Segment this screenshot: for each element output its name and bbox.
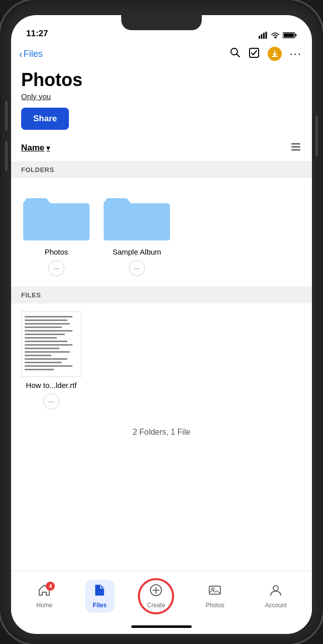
svg-rect-1: [261, 34, 263, 39]
home-tab-icon: 4: [38, 584, 51, 600]
home-tab-label: Home: [36, 602, 52, 609]
create-tab-label: Create: [147, 602, 165, 609]
sort-bar: Name ▾: [11, 135, 312, 161]
summary-text: 2 Folders, 1 File: [133, 428, 191, 436]
sharing-status: Only you: [21, 92, 302, 101]
folders-section-header: FOLDERS: [11, 161, 312, 178]
wifi-icon: [271, 32, 280, 39]
home-badge: 4: [46, 582, 55, 591]
svg-rect-7: [284, 34, 294, 37]
files-tab-label: Files: [93, 602, 107, 609]
more-icon[interactable]: ···: [290, 47, 302, 60]
files-section-header: FILES: [11, 286, 312, 303]
folder-name: Photos: [45, 248, 68, 256]
tab-home[interactable]: 4 Home: [28, 580, 60, 613]
sort-label-text: Name: [21, 143, 44, 153]
status-time: 11:27: [26, 29, 48, 39]
search-icon[interactable]: [229, 47, 240, 61]
folder-icon: [102, 188, 172, 244]
folder-item[interactable]: Sample Album ···: [102, 188, 172, 276]
file-item[interactable]: How to...lder.rtf ···: [11, 303, 92, 418]
folder-more-button[interactable]: ···: [48, 260, 64, 276]
chevron-left-icon: ‹: [19, 48, 23, 60]
svg-point-21: [273, 586, 278, 591]
status-icons: [259, 32, 297, 39]
content-area: FOLDERS Photos ···: [11, 161, 312, 571]
folder-icon: [21, 188, 92, 244]
tab-bar: 4 Home Files: [11, 571, 312, 621]
sort-chevron-icon: ▾: [46, 144, 50, 152]
svg-rect-0: [259, 36, 260, 39]
folders-section-title: FOLDERS: [21, 166, 54, 174]
account-tab-label: Account: [265, 602, 286, 609]
nav-actions: ···: [229, 47, 302, 61]
page-title: Photos: [21, 70, 302, 90]
download-icon[interactable]: [268, 47, 282, 61]
list-view-icon[interactable]: [290, 141, 302, 155]
folder-more-button[interactable]: ···: [129, 260, 145, 276]
file-name: How to...lder.rtf: [26, 381, 77, 389]
home-indicator: [11, 621, 312, 634]
photos-tab-icon: [208, 584, 221, 600]
tab-files[interactable]: Files: [85, 580, 115, 613]
tab-photos[interactable]: Photos: [198, 580, 232, 613]
svg-rect-3: [266, 32, 267, 39]
create-tab-icon: [149, 584, 163, 600]
header-section: Photos Only you Share: [11, 65, 312, 135]
files-section: How to...lder.rtf ···: [11, 303, 312, 418]
svg-rect-19: [209, 586, 220, 594]
folders-grid: Photos ··· Sample Album ···: [11, 178, 312, 286]
signal-icon: [259, 32, 268, 39]
account-tab-icon: [269, 584, 282, 600]
file-thumbnail: [21, 311, 82, 377]
share-button[interactable]: Share: [21, 108, 69, 130]
tab-create[interactable]: Create: [139, 580, 173, 613]
svg-rect-6: [295, 34, 297, 36]
back-button[interactable]: ‹ Files: [19, 48, 43, 60]
battery-icon: [283, 32, 297, 39]
svg-rect-10: [250, 48, 259, 57]
tab-account[interactable]: Account: [257, 580, 294, 613]
folder-name: Sample Album: [113, 248, 162, 256]
svg-line-9: [236, 54, 239, 57]
svg-point-4: [274, 37, 276, 39]
folder-item[interactable]: Photos ···: [21, 188, 92, 276]
select-icon[interactable]: [249, 47, 260, 60]
files-section-title: FILES: [21, 291, 41, 299]
photos-tab-label: Photos: [206, 602, 224, 609]
summary-bar: 2 Folders, 1 File: [11, 418, 312, 447]
svg-rect-2: [263, 33, 265, 39]
file-more-button[interactable]: ···: [43, 393, 59, 410]
nav-bar: ‹ Files: [11, 43, 312, 65]
back-label: Files: [24, 49, 43, 59]
files-tab-icon: [93, 584, 106, 600]
sort-selector[interactable]: Name ▾: [21, 143, 50, 153]
